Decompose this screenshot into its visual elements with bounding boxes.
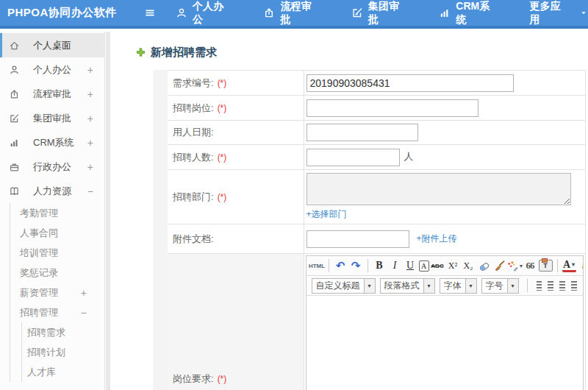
- attachment-input[interactable]: [306, 230, 409, 248]
- form-row-headcount: 招聘人数:(*)人: [160, 145, 586, 170]
- toolbar-button-glyph: X²: [448, 260, 457, 272]
- sidebar-item-label: 个人桌面: [33, 39, 71, 52]
- department-link[interactable]: +选择部门: [306, 209, 347, 219]
- paste-button[interactable]: T: [539, 260, 553, 272]
- chevron-down-icon: ▾: [423, 279, 434, 293]
- expand-toggle-icon[interactable]: −: [87, 185, 93, 197]
- menu-toggle-button[interactable]: [139, 7, 161, 18]
- job-title-input[interactable]: [306, 99, 478, 117]
- toolbar-separator: [329, 259, 329, 272]
- toolbar-button-glyph: ↷: [351, 259, 361, 272]
- spray-brush-button-icon: [506, 260, 518, 272]
- align-left-button[interactable]: [537, 281, 542, 291]
- superscript-button[interactable]: X²: [446, 258, 460, 273]
- attachment-link[interactable]: +附件上传: [417, 233, 457, 244]
- sidebar-item[interactable]: 个人办公+: [0, 57, 104, 82]
- sidebar-item[interactable]: 招聘管理−: [10, 302, 104, 322]
- chevron-down-icon: ▾: [465, 279, 476, 293]
- align-justify-button[interactable]: [571, 281, 577, 291]
- expand-toggle-icon[interactable]: +: [87, 161, 93, 173]
- edit-icon: [351, 7, 363, 18]
- hire-date-input[interactable]: [306, 124, 418, 141]
- toolbar-button-glyph: U: [406, 260, 414, 272]
- sidebar-item[interactable]: 人才库: [22, 362, 104, 382]
- font-color-button[interactable]: A▾: [562, 260, 576, 272]
- sidebar-item[interactable]: 考勤管理: [10, 203, 104, 223]
- subscript-button[interactable]: X₂: [462, 258, 476, 273]
- expand-toggle-icon[interactable]: +: [81, 287, 87, 299]
- page-header: 新增招聘需求: [110, 32, 588, 60]
- sidebar-item[interactable]: 招聘需求: [22, 322, 104, 342]
- field-label: 用人日期:: [173, 127, 214, 138]
- field-label: 招聘岗位:: [173, 102, 214, 113]
- form-row-attachment: 附件文档:+附件上传: [160, 224, 586, 254]
- font-size-select[interactable]: 字号▾: [481, 278, 519, 294]
- paragraph-format-select[interactable]: 段落格式▾: [380, 278, 435, 294]
- sidebar-item[interactable]: 奖惩记录: [10, 263, 104, 283]
- required-marker: (*): [218, 374, 227, 384]
- align-right-button[interactable]: [559, 281, 565, 291]
- navbar-item-5[interactable]: 更多应用: [530, 0, 588, 26]
- field-label: 附件文档:: [173, 233, 214, 244]
- toolbar-separator: [557, 259, 558, 272]
- toolbar-button-glyph: A: [563, 259, 570, 271]
- hamburger-icon: [144, 7, 156, 18]
- autotypeset-button[interactable]: A: [419, 260, 429, 272]
- custom-title-select[interactable]: 自定义标题▾: [312, 278, 376, 294]
- font-family-select[interactable]: 字体▾: [440, 278, 477, 294]
- main-content: 新增招聘需求 需求编号:(*)招聘岗位:(*)用人日期:招聘人数:(*)人招聘部…: [110, 32, 588, 390]
- format-brush-button[interactable]: [492, 258, 506, 273]
- bold-button[interactable]: B: [373, 258, 387, 273]
- navbar-item-label: 个人办公: [193, 0, 232, 26]
- format-brush-button-icon: [493, 260, 505, 272]
- navbar-item-4[interactable]: CRM系统: [439, 0, 498, 26]
- expand-toggle-icon[interactable]: +: [87, 88, 93, 100]
- chart-icon: [9, 138, 20, 148]
- underline-button[interactable]: U: [404, 258, 417, 273]
- sidebar-item[interactable]: 人事合同: [10, 223, 104, 243]
- expand-toggle-icon[interactable]: −: [81, 307, 87, 319]
- eraser-button[interactable]: [477, 258, 491, 273]
- flow-icon: [263, 7, 275, 18]
- expand-toggle-icon[interactable]: +: [87, 137, 93, 149]
- demand-no-input[interactable]: [306, 74, 514, 92]
- highlight-button[interactable]: a: [578, 258, 584, 273]
- required-marker: (*): [218, 192, 227, 202]
- select-value: 段落格式: [381, 280, 423, 292]
- expand-toggle-icon[interactable]: +: [87, 64, 93, 76]
- spray-brush-button[interactable]: ▾: [508, 258, 522, 273]
- app-logo: PHPOA协同办公软件: [0, 6, 139, 20]
- html-source-button[interactable]: HTML: [310, 258, 324, 273]
- sidebar-item-label: 招聘需求: [27, 326, 65, 339]
- sidebar-item[interactable]: 薪资管理+: [10, 283, 104, 302]
- sidebar-item[interactable]: 行政办公+: [0, 155, 104, 179]
- editor-canvas[interactable]: [306, 296, 584, 390]
- sidebar-item-label: CRM系统: [33, 136, 74, 149]
- sidebar-item[interactable]: 个人桌面: [0, 33, 104, 57]
- sidebar-item[interactable]: 招聘计划: [22, 342, 104, 362]
- align-center-button[interactable]: [548, 281, 553, 291]
- page-title: 新增招聘需求: [151, 46, 217, 60]
- editor-toolbar-row1: HTML↶↷BIUAABCX²X₂▾66TA▾a: [306, 256, 584, 276]
- navbar-item-1[interactable]: 个人办公: [176, 0, 232, 26]
- sidebar-item[interactable]: 集团审批+: [0, 106, 104, 130]
- sidebar-item[interactable]: 培训管理: [10, 243, 104, 263]
- toolbar-button-glyph: A: [421, 262, 426, 270]
- department-textarea[interactable]: [306, 173, 571, 205]
- undo-button[interactable]: ↶: [334, 258, 348, 273]
- sidebar-item-label: 流程审批: [33, 88, 71, 101]
- redo-button[interactable]: ↷: [349, 258, 363, 273]
- user-icon: [176, 7, 187, 18]
- sidebar-item[interactable]: CRM系统+: [0, 130, 104, 155]
- richtext-editor: HTML↶↷BIUAABCX²X₂▾66TA▾a自定义标题▾段落格式▾字体▾字号…: [306, 255, 584, 390]
- toolbar-button-glyph: I: [393, 260, 397, 272]
- blockquote-button[interactable]: 66: [523, 258, 537, 273]
- sidebar-item[interactable]: 流程审批+: [0, 82, 104, 106]
- sidebar-item[interactable]: 人力资源−: [0, 179, 104, 203]
- headcount-input[interactable]: [306, 149, 400, 166]
- expand-toggle-icon[interactable]: +: [87, 113, 93, 124]
- navbar-item-3[interactable]: 集团审批: [351, 0, 408, 26]
- strikethrough-button[interactable]: ABC: [431, 258, 445, 273]
- italic-button[interactable]: I: [388, 258, 402, 273]
- navbar-item-2[interactable]: 流程审批: [263, 0, 320, 26]
